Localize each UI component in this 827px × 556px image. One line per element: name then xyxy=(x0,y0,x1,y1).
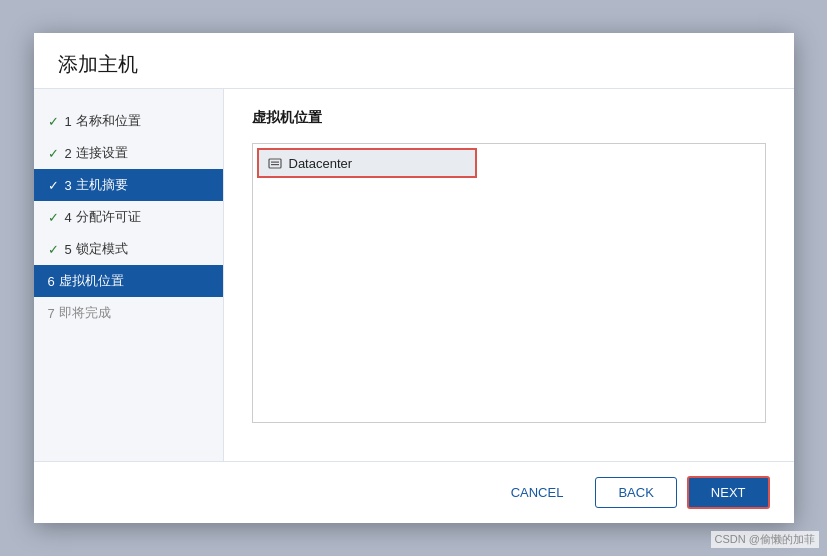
step-num-6: 6 xyxy=(48,274,55,289)
sidebar-item-5[interactable]: ✓ 5 锁定模式 xyxy=(34,233,223,265)
step-num-4: 4 xyxy=(65,210,72,225)
section-title: 虚拟机位置 xyxy=(252,109,766,127)
sidebar-label-1: 名称和位置 xyxy=(76,112,141,130)
datacenter-label: Datacenter xyxy=(289,156,353,171)
sidebar-item-1[interactable]: ✓ 1 名称和位置 xyxy=(34,105,223,137)
datacenter-icon xyxy=(267,155,283,171)
step-num-3: 3 xyxy=(65,178,72,193)
sidebar-item-2[interactable]: ✓ 2 连接设置 xyxy=(34,137,223,169)
sidebar-label-6: 虚拟机位置 xyxy=(59,272,124,290)
check-icon-5: ✓ xyxy=(48,242,59,257)
back-button[interactable]: BACK xyxy=(595,477,676,508)
watermark: CSDN @偷懒的加菲 xyxy=(711,531,819,548)
dialog-body: ✓ 1 名称和位置 ✓ 2 连接设置 ✓ 3 主机摘要 ✓ 4 分配许可证 ✓ xyxy=(34,89,794,461)
svg-rect-1 xyxy=(271,162,279,163)
tree-row-datacenter[interactable]: Datacenter xyxy=(257,148,477,178)
next-button[interactable]: NEXT xyxy=(687,476,770,509)
vm-location-tree[interactable]: Datacenter xyxy=(252,143,766,423)
sidebar-item-7: 7 即将完成 xyxy=(34,297,223,329)
sidebar-item-4[interactable]: ✓ 4 分配许可证 xyxy=(34,201,223,233)
sidebar-label-5: 锁定模式 xyxy=(76,240,128,258)
add-host-dialog: 添加主机 ✓ 1 名称和位置 ✓ 2 连接设置 ✓ 3 主机摘要 ✓ 4 分 xyxy=(34,33,794,523)
cancel-button[interactable]: CANCEL xyxy=(489,478,586,507)
sidebar-label-3: 主机摘要 xyxy=(76,176,128,194)
step-num-7: 7 xyxy=(48,306,55,321)
check-icon-2: ✓ xyxy=(48,146,59,161)
sidebar-label-2: 连接设置 xyxy=(76,144,128,162)
check-icon-4: ✓ xyxy=(48,210,59,225)
svg-rect-2 xyxy=(271,164,279,165)
dialog-footer: CANCEL BACK NEXT xyxy=(34,461,794,523)
dialog-header: 添加主机 xyxy=(34,33,794,89)
svg-rect-0 xyxy=(269,159,281,168)
sidebar: ✓ 1 名称和位置 ✓ 2 连接设置 ✓ 3 主机摘要 ✓ 4 分配许可证 ✓ xyxy=(34,89,224,461)
step-num-1: 1 xyxy=(65,114,72,129)
main-content: 虚拟机位置 Datacenter xyxy=(224,89,794,461)
sidebar-label-7: 即将完成 xyxy=(59,304,111,322)
step-num-2: 2 xyxy=(65,146,72,161)
sidebar-item-3[interactable]: ✓ 3 主机摘要 xyxy=(34,169,223,201)
sidebar-item-6[interactable]: 6 虚拟机位置 xyxy=(34,265,223,297)
sidebar-label-4: 分配许可证 xyxy=(76,208,141,226)
step-num-5: 5 xyxy=(65,242,72,257)
check-icon-3: ✓ xyxy=(48,178,59,193)
check-icon-1: ✓ xyxy=(48,114,59,129)
dialog-title: 添加主机 xyxy=(58,51,770,78)
